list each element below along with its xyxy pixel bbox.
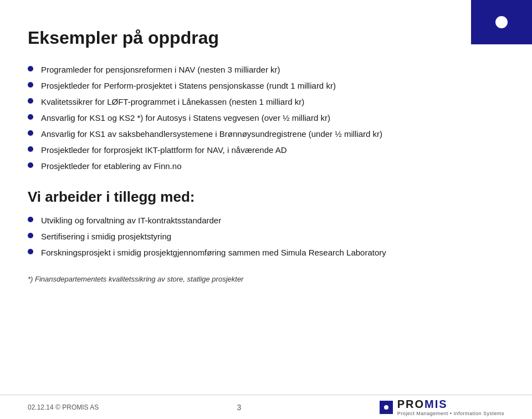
promis-logo: PROMIS Project Management • Information … — [380, 398, 504, 416]
section-title: Vi arbeider i tillegg med: — [28, 188, 504, 206]
promis-icon-inner — [384, 405, 388, 410]
bullet-dot — [28, 249, 33, 254]
bottom-bar: 02.12.14 © PROMIS AS 3 PROMIS Project Ma… — [0, 395, 532, 419]
list-item: Ansvarlig for KS1 av saksbehandlersystem… — [28, 128, 504, 140]
promis-brand-text: PROMIS — [397, 398, 504, 411]
main-bullet-list: Programleder for pensjonsreformen i NAV … — [28, 64, 504, 172]
list-item-text: Prosjektleder for etablering av Finn.no — [41, 160, 181, 172]
list-item-text: Sertifisering i smidig prosjektstyring — [41, 231, 171, 242]
list-item: Prosjektleder for Perform-prosjektet i S… — [28, 80, 504, 91]
bullet-dot — [28, 114, 33, 120]
main-content: Eksempler på oppdrag Programleder for pe… — [0, 0, 532, 283]
list-item: Ansvarlig for KS1 og KS2 *) for Autosys … — [28, 112, 504, 124]
bottom-right-logo: PROMIS Project Management • Information … — [380, 398, 504, 416]
list-item: Utvikling og forvaltning av IT-kontrakts… — [28, 214, 504, 226]
page: Eksempler på oppdrag Programleder for pe… — [0, 0, 532, 419]
bullet-dot — [28, 233, 33, 238]
list-item-text: Programleder for pensjonsreformen i NAV … — [41, 64, 280, 75]
promis-name-container: PROMIS Project Management • Information … — [397, 398, 504, 416]
list-item-text: Ansvarlig for KS1 og KS2 *) for Autosys … — [41, 112, 330, 124]
bullet-dot — [28, 162, 33, 168]
bullet-dot — [28, 130, 33, 136]
list-item: Sertifisering i smidig prosjektstyring — [28, 231, 504, 242]
bullet-dot — [28, 146, 33, 152]
list-item-text: Forskningsprosjekt i smidig prosjektgjen… — [41, 247, 386, 258]
section-bullet-list: Utvikling og forvaltning av IT-kontrakts… — [28, 214, 504, 258]
bullet-dot — [28, 66, 33, 71]
list-item: Prosjektleder for etablering av Finn.no — [28, 160, 504, 172]
bottom-page-number: 3 — [237, 403, 242, 412]
promis-mis: MIS — [424, 398, 448, 410]
list-item: Forskningsprosjekt i smidig prosjektgjen… — [28, 247, 504, 258]
list-item: Programleder for pensjonsreformen i NAV … — [28, 64, 504, 75]
list-item: Kvalitetssikrer for LØFT-programmet i Lå… — [28, 96, 504, 108]
promis-icon — [380, 401, 393, 414]
bullet-dot — [28, 217, 33, 222]
list-item-text: Utvikling og forvaltning av IT-kontrakts… — [41, 214, 221, 226]
bullet-dot — [28, 98, 33, 104]
list-item-text: Prosjektleder for Perform-prosjektet i S… — [41, 80, 336, 91]
footnote-text: *) Finansdepartementets kvalitetssikring… — [28, 269, 504, 283]
bottom-date: 02.12.14 © PROMIS AS — [28, 403, 99, 411]
promis-logo-box: PROMIS Project Management • Information … — [380, 398, 504, 416]
page-title: Eksempler på oppdrag — [28, 28, 504, 48]
promis-pro: PRO — [397, 398, 424, 410]
list-item-text: Ansvarlig for KS1 av saksbehandlersystem… — [41, 128, 382, 140]
promis-subtitle: Project Management • Information Systems — [397, 411, 504, 416]
list-item-text: Prosjektleder for forprosjekt IKT-plattf… — [41, 144, 287, 156]
bullet-dot — [28, 82, 33, 88]
list-item-text: Kvalitetssikrer for LØFT-programmet i Lå… — [41, 96, 304, 108]
list-item: Prosjektleder for forprosjekt IKT-plattf… — [28, 144, 504, 156]
